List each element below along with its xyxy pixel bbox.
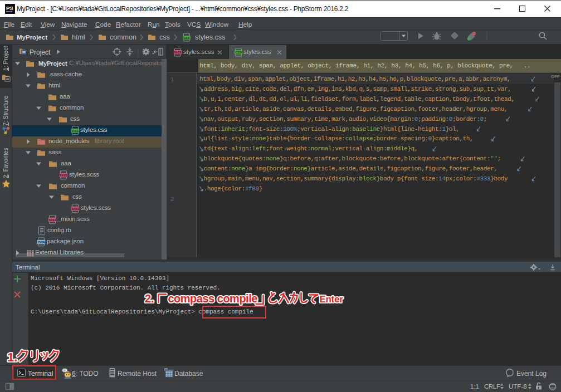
svg-text:Enter: Enter <box>320 294 344 305</box>
svg-text:2.: 2. <box>145 292 154 305</box>
svg-text:compass compile: compass compile <box>168 292 258 305</box>
svg-text:1.: 1. <box>7 350 17 364</box>
